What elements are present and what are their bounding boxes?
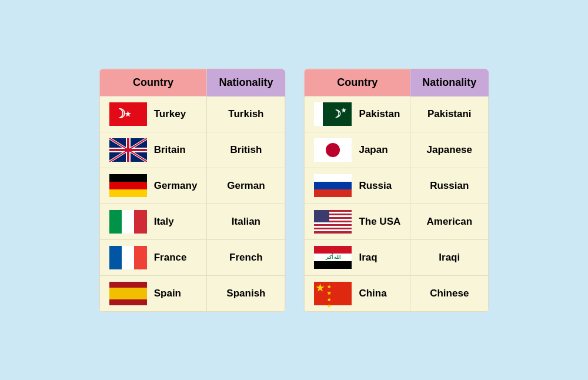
right-nationality-header: Nationality: [410, 69, 489, 96]
flag-italy: [109, 210, 147, 234]
right-table: Country Nationality Pakistan P: [303, 68, 489, 312]
country-cell: الله أكبر Iraq: [314, 246, 400, 269]
nationality-cell: Iraqi: [410, 239, 489, 275]
country-name: Iraq: [359, 252, 377, 264]
flag-japan: [314, 138, 352, 162]
country-name: Spain: [154, 288, 181, 299]
table-row: Britain British: [99, 132, 285, 168]
flag-britain: [109, 138, 147, 162]
left-country-header: Country: [99, 69, 207, 96]
nationality-cell: Japanese: [410, 132, 489, 168]
country-cell: Turkey: [109, 102, 198, 126]
table-row: Germany German: [99, 168, 285, 204]
flag-germany: [109, 174, 147, 198]
country-name: Japan: [359, 144, 387, 156]
country-name: China: [359, 288, 386, 299]
table-row: Italy Italian: [99, 204, 285, 239]
flag-russia: [314, 174, 352, 198]
table-row: Russia Russian: [305, 168, 489, 204]
country-name: Britain: [154, 144, 186, 156]
flag-turkey: [109, 102, 147, 126]
nationality-cell: Chinese: [410, 275, 489, 311]
nationality-cell: American: [410, 204, 489, 239]
nationality-cell: Russian: [410, 168, 489, 204]
nationality-cell: Pakistani: [410, 96, 489, 132]
country-name: Italy: [154, 216, 174, 228]
country-cell: Japan: [314, 138, 400, 162]
nationality-cell: Spanish: [207, 275, 285, 311]
country-cell: Britain: [109, 138, 198, 162]
table-row: The USA American: [305, 204, 489, 239]
table-row: الله أكبر Iraq Iraqi: [305, 239, 489, 275]
country-name: France: [154, 252, 187, 264]
table-row: ★ ★ ★ ★ ★ China Chinese: [305, 275, 489, 311]
page-wrapper: Country Nationality Turkey Turkish: [99, 68, 490, 312]
country-cell: ★ ★ ★ ★ ★ China: [314, 282, 400, 305]
flag-china: ★ ★ ★ ★ ★: [314, 282, 352, 305]
country-name: Germany: [154, 180, 198, 192]
nationality-cell: French: [207, 239, 285, 275]
table-row: France French: [99, 239, 285, 275]
left-nationality-header: Nationality: [207, 69, 285, 96]
left-table: Country Nationality Turkey Turkish: [99, 68, 286, 312]
country-cell: The USA: [314, 210, 400, 234]
table-row: Spain Spanish: [99, 275, 285, 311]
country-name: Turkey: [154, 108, 186, 120]
country-name: Pakistan: [359, 108, 400, 120]
flag-france: [109, 246, 147, 269]
flag-spain: [109, 282, 147, 305]
nationality-cell: Italian: [207, 204, 285, 239]
country-cell: Spain: [109, 282, 198, 305]
country-cell: Russia: [314, 174, 400, 198]
country-name: Russia: [359, 180, 392, 192]
table-row: Japan Japanese: [305, 132, 489, 168]
table-row: Pakistan Pakistani: [305, 96, 489, 132]
table-row: Turkey Turkish: [99, 96, 285, 132]
country-cell: Germany: [109, 174, 198, 198]
country-name: The USA: [359, 216, 400, 228]
nationality-cell: Turkish: [207, 96, 285, 132]
nationality-cell: German: [207, 168, 285, 204]
flag-usa: [314, 210, 352, 234]
nationality-cell: British: [207, 132, 285, 168]
right-country-header: Country: [305, 69, 410, 96]
country-cell: France: [109, 246, 198, 269]
country-cell: Pakistan: [314, 102, 400, 126]
country-cell: Italy: [109, 210, 198, 234]
flag-iraq: الله أكبر: [314, 246, 352, 269]
flag-pakistan: [314, 102, 352, 126]
